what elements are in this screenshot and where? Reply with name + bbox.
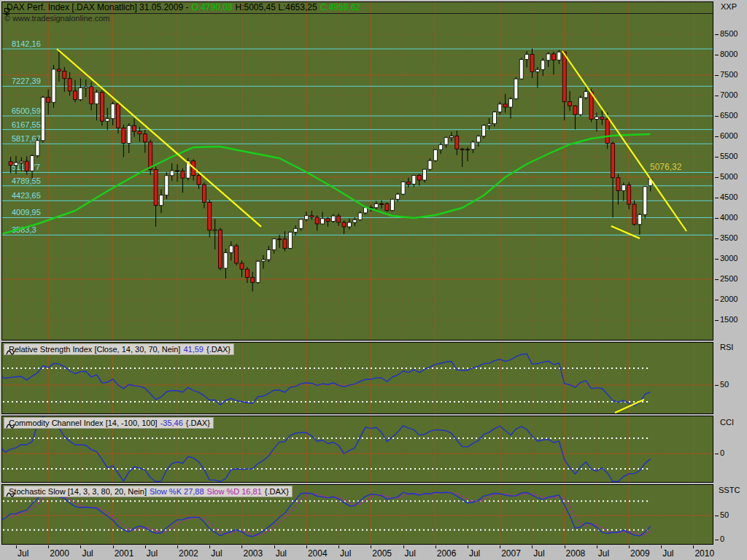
watermark: © www.tradesignalonline.com — [4, 14, 109, 23]
price-axis-value: 4000 — [720, 213, 738, 222]
svg-text:4789,55: 4789,55 — [12, 176, 41, 185]
time-axis[interactable]: Jul2000Jul2001Jul2002Jul2003Jul2004Jul20… — [0, 545, 747, 560]
time-axis-tick — [177, 545, 178, 548]
time-axis-tick — [565, 545, 565, 548]
axis-tick-dash — [715, 540, 719, 540]
axis-tick-dash — [715, 96, 719, 96]
price-axis-value: 6500 — [720, 111, 738, 120]
time-axis-tick — [436, 545, 436, 548]
axis-tick-dash — [715, 516, 719, 516]
time-axis-tick — [661, 545, 662, 548]
axis-tick-dash — [715, 157, 719, 158]
price-axis-value: 2000 — [720, 295, 738, 303]
svg-text:6500,59: 6500,59 — [12, 106, 41, 115]
time-axis-tick — [500, 545, 500, 548]
time-axis-tick — [338, 545, 339, 548]
cci-axis-tick: 0 — [720, 448, 724, 457]
time-axis-label: 2003 — [243, 548, 263, 559]
price-axis-value: 3000 — [720, 254, 738, 262]
axis-tick-dash — [715, 116, 719, 117]
time-axis-tick — [145, 545, 146, 548]
time-axis-tick — [597, 545, 597, 548]
time-axis-label: 2000 — [50, 548, 69, 559]
stochastic-axis-tick-50: 50 — [720, 510, 729, 519]
svg-text:7227,39: 7227,39 — [12, 77, 41, 85]
time-axis-tick — [306, 545, 307, 548]
time-axis-label: Jul — [82, 548, 93, 559]
stochastic-axis-tick-0: 0 — [720, 534, 724, 543]
time-axis-tick — [80, 545, 81, 548]
stochastic-d-value: Slow %D 16,81 — [207, 486, 262, 497]
svg-text:8142,16: 8142,16 — [12, 39, 41, 48]
time-axis-tick — [371, 545, 371, 548]
cci-axis-label: CCI — [720, 418, 734, 427]
time-axis-label: Jul — [662, 548, 673, 559]
axis-tick-dash — [715, 75, 719, 76]
axis-tick-dash — [715, 218, 719, 219]
rsi-title: Relative Strength Index [Close, 14, 30, … — [9, 344, 180, 354]
time-axis-tick — [241, 545, 242, 548]
axis-tick-dash — [715, 454, 719, 454]
time-axis-label: 2002 — [179, 548, 198, 559]
axis-tick-dash — [715, 279, 719, 280]
price-axis-gutter[interactable]: XXP RSI 50 CCI 0 SSTC 50 0 8500800075007… — [713, 0, 747, 545]
price-axis-value: 2500 — [720, 274, 738, 283]
high-low-values: H:5005,45 L:4653,25 — [236, 2, 317, 12]
time-axis-label: 2010 — [694, 548, 714, 559]
price-axis-value: 7000 — [720, 90, 738, 99]
time-axis-label: 2008 — [566, 548, 586, 559]
stochastic-k-value: Slow %K 27,88 — [150, 486, 204, 497]
price-axis-value: 5000 — [720, 172, 738, 181]
chart-window: 8142,167227,396500,596167,555817,675116,… — [0, 0, 747, 560]
time-axis-tick — [532, 545, 533, 548]
time-axis-label: Jul — [533, 548, 544, 559]
trendline-price-label[interactable]: 5076,32 — [650, 162, 681, 172]
price-axis-value: 8000 — [720, 50, 738, 58]
time-axis-label: Jul — [405, 548, 416, 559]
price-axis-value: 6000 — [720, 131, 738, 140]
symbol-code-label: XXP — [721, 2, 737, 11]
time-axis-tick — [16, 545, 17, 548]
time-axis-label: 2006 — [437, 548, 457, 559]
time-axis-tick — [693, 545, 694, 548]
main-price-chart[interactable]: 8142,167227,396500,596167,555817,675116,… — [1, 1, 713, 341]
rsi-header[interactable]: Relative Strength Index [Close, 14, 30, … — [4, 343, 234, 355]
axis-tick-dash — [715, 55, 719, 55]
svg-text:4423,65: 4423,65 — [12, 191, 41, 200]
price-axis-value: 4500 — [720, 192, 738, 201]
price-axis-value: 1500 — [720, 315, 738, 324]
rsi-value: 41,59 — [183, 344, 204, 354]
time-axis-label: Jul — [147, 548, 158, 559]
cci-value: -35,46 — [160, 418, 183, 428]
chart-title-bar[interactable]: DAX Perf. Index [.DAX Monatlich] 31.05.2… — [4, 2, 360, 12]
close-value: C:4959,62 — [320, 2, 360, 12]
axis-tick-dash — [715, 136, 719, 137]
axis-tick-dash — [715, 238, 719, 239]
axis-tick-dash — [715, 385, 719, 386]
open-value: O:4790,03 — [191, 2, 232, 12]
time-axis-label: 2009 — [630, 548, 650, 559]
cci-title: Commodity Channel Index [14, -100, 100] — [9, 418, 158, 428]
axis-tick-dash — [715, 320, 719, 321]
price-axis-value: 8500 — [720, 29, 738, 38]
time-axis-label: 2004 — [308, 548, 328, 559]
time-axis-label: Jul — [211, 548, 222, 559]
time-axis-tick — [629, 545, 630, 548]
axis-tick-dash — [715, 300, 719, 300]
time-axis-tick — [113, 545, 114, 548]
stochastic-title: Stochastic Slow [14, 3, 3, 80, 20, Nein] — [9, 486, 147, 497]
stochastic-axis-label: SSTC — [719, 486, 740, 494]
stochastic-header[interactable]: Stochastic Slow [14, 3, 3, 80, 20, Nein]… — [4, 486, 293, 497]
axis-tick-dash — [715, 34, 719, 35]
time-axis-label: Jul — [598, 548, 609, 559]
time-axis-label: 2007 — [501, 548, 521, 559]
time-axis-label: Jul — [18, 548, 28, 559]
cci-header[interactable]: Commodity Channel Index [14, -100, 100] … — [4, 417, 214, 429]
time-axis-tick — [403, 545, 404, 548]
stochastic-scope: {.DAX} — [265, 486, 289, 497]
time-axis-label: 2001 — [115, 548, 134, 559]
time-axis-label: 2005 — [372, 548, 392, 559]
time-axis-tick — [274, 545, 275, 548]
time-axis-label: Jul — [340, 548, 351, 559]
instrument-title: DAX Perf. Index [.DAX Monatlich] 31.05.2… — [7, 2, 188, 12]
